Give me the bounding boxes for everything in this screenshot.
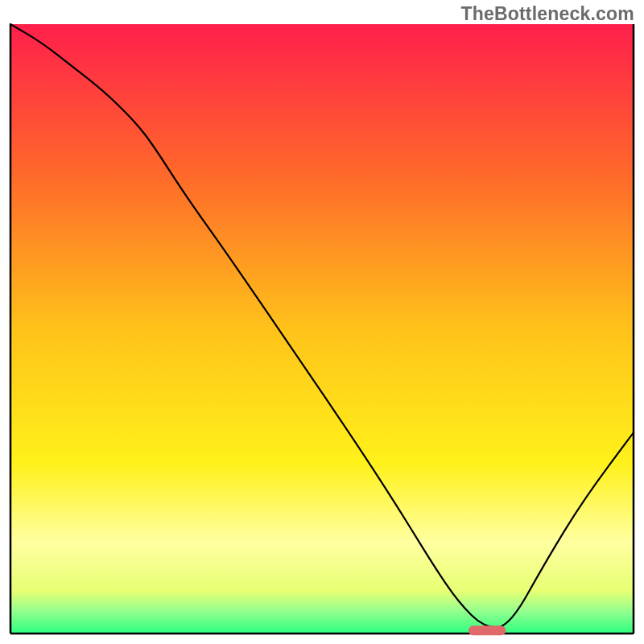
bottleneck-chart — [0, 0, 644, 644]
watermark-label: TheBottleneck.com — [460, 3, 634, 25]
optimal-region-marker — [469, 625, 506, 635]
gradient-background — [10, 24, 634, 634]
chart-container: TheBottleneck.com — [0, 0, 644, 644]
